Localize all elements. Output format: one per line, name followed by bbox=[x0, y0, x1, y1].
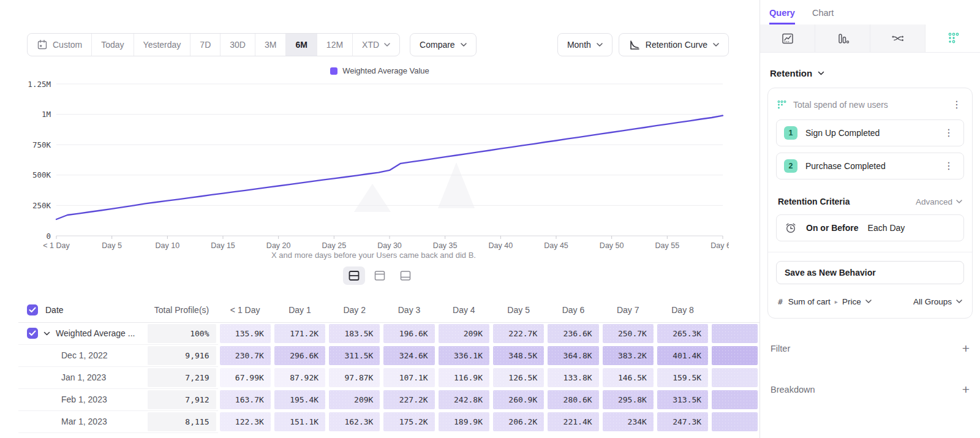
retention-value-cell[interactable]: 133.8K bbox=[548, 368, 598, 387]
date-range-30d[interactable]: 30D bbox=[221, 34, 255, 56]
retention-value-cell[interactable]: 171.2K bbox=[274, 324, 325, 343]
retention-value-cell[interactable]: 348.5K bbox=[493, 346, 544, 365]
retention-value-cell[interactable]: 87.92K bbox=[274, 368, 325, 387]
report-tab-retention[interactable] bbox=[925, 25, 980, 52]
behavior-step-2[interactable]: 2Purchase Completed⋮ bbox=[776, 153, 964, 179]
retention-value-cell[interactable]: 107.1K bbox=[383, 368, 434, 387]
add-breakdown-button[interactable]: + bbox=[962, 383, 970, 396]
retention-value-cell[interactable]: 196.6K bbox=[383, 324, 434, 343]
retention-value-cell[interactable]: 295.8K bbox=[603, 390, 654, 409]
retention-value-cell[interactable]: 336.1K bbox=[439, 346, 489, 365]
date-range-3m[interactable]: 3M bbox=[255, 34, 286, 56]
layout-toggle-chart[interactable] bbox=[369, 266, 391, 285]
column-header-day-7[interactable]: Day 7 bbox=[601, 298, 655, 322]
column-header-day-5[interactable]: Day 5 bbox=[491, 298, 546, 322]
retention-value-cell[interactable]: 209K bbox=[329, 390, 380, 409]
retention-value-cell[interactable]: 234K bbox=[603, 412, 654, 431]
retention-curve-chart[interactable]: 0250K500K750K1M1.25M< 1 DayDay 5Day 10Da… bbox=[18, 77, 729, 253]
retention-value-cell[interactable]: 189.9K bbox=[439, 412, 489, 431]
report-tab-funnels[interactable] bbox=[815, 25, 870, 52]
kebab-menu-icon[interactable]: ⋮ bbox=[941, 127, 956, 139]
retention-value-cell[interactable]: 116.9K bbox=[439, 368, 489, 387]
layout-toggle-split[interactable] bbox=[343, 266, 365, 285]
retention-value-cell[interactable]: 222.7K bbox=[493, 324, 544, 343]
retention-value-cell[interactable]: 311.5K bbox=[329, 346, 380, 365]
retention-value-cell[interactable]: 126.5K bbox=[493, 368, 544, 387]
total-profiles-cell: 7,219 bbox=[148, 368, 216, 387]
date-range-today[interactable]: Today bbox=[92, 34, 134, 56]
retention-value-cell[interactable]: 296.6K bbox=[274, 346, 325, 365]
table-row: Dec 1, 20229,916230.7K296.6K311.5K324.6K… bbox=[18, 344, 760, 366]
retention-value-cell[interactable]: 162.3K bbox=[329, 412, 380, 431]
retention-value-cell[interactable]: 401.4K bbox=[657, 346, 708, 365]
y-axis-tick-label: 250K bbox=[32, 201, 51, 210]
report-tab-flows[interactable] bbox=[870, 25, 925, 52]
chart-type-dropdown[interactable]: Retention Curve bbox=[619, 33, 729, 56]
column-header-day-4[interactable]: Day 4 bbox=[437, 298, 491, 322]
retention-value-cell[interactable]: 209K bbox=[439, 324, 489, 343]
column-header--1-day[interactable]: < 1 Day bbox=[218, 298, 273, 322]
retention-value-cell[interactable]: 175.2K bbox=[383, 412, 434, 431]
retention-value-cell[interactable]: 146.5K bbox=[603, 368, 654, 387]
layout-toggle-table[interactable] bbox=[394, 266, 417, 285]
date-range-custom[interactable]: Custom bbox=[28, 34, 92, 56]
retention-value-cell[interactable]: 159.5K bbox=[657, 368, 708, 387]
retention-value-cell[interactable]: 324.6K bbox=[383, 346, 434, 365]
retention-value-cell[interactable]: 97.87K bbox=[329, 368, 380, 387]
retention-value-cell[interactable]: 247.3K bbox=[657, 412, 708, 431]
retention-value-cell[interactable]: 242.8K bbox=[439, 390, 489, 409]
tab-query[interactable]: Query bbox=[769, 8, 795, 25]
retention-value-cell[interactable]: 206.2K bbox=[493, 412, 544, 431]
retention-value-cell[interactable]: 135.9K bbox=[220, 324, 271, 343]
add-filter-button[interactable]: + bbox=[962, 342, 970, 355]
column-header-day-8[interactable]: Day 8 bbox=[655, 298, 710, 322]
kebab-menu-icon[interactable]: ⋮ bbox=[941, 160, 956, 172]
retention-value-cell[interactable]: 265.3K bbox=[657, 324, 708, 343]
save-as-new-behavior-button[interactable]: Save as New Behavior bbox=[776, 261, 964, 284]
column-header-day-2[interactable]: Day 2 bbox=[327, 298, 382, 322]
date-range-yesterday[interactable]: Yesterday bbox=[134, 34, 191, 56]
retention-value-cell[interactable]: 364.8K bbox=[548, 346, 598, 365]
retention-window-unit[interactable]: Each Day bbox=[868, 223, 905, 233]
retention-value-cell[interactable]: 250.7K bbox=[603, 324, 654, 343]
section-retention[interactable]: Retention bbox=[770, 68, 973, 78]
retention-value-cell[interactable]: 227.2K bbox=[383, 390, 434, 409]
measure-property-dropdown[interactable]: Sum of cart ▸ Price bbox=[788, 297, 872, 306]
granularity-dropdown[interactable]: Month bbox=[557, 33, 612, 56]
measure-sub-label: Price bbox=[842, 297, 861, 306]
column-header-day-6[interactable]: Day 6 bbox=[546, 298, 600, 322]
date-range-6m[interactable]: 6M bbox=[286, 34, 317, 56]
retention-value-cell[interactable]: 260.9K bbox=[493, 390, 544, 409]
retention-window-row[interactable]: On or Before Each Day bbox=[776, 214, 964, 241]
compare-button[interactable]: Compare bbox=[410, 33, 477, 56]
retention-value-cell[interactable]: 151.1K bbox=[274, 412, 325, 431]
column-header-date[interactable]: Date bbox=[18, 298, 146, 322]
group-dropdown[interactable]: All Groups bbox=[913, 297, 962, 306]
row-checkbox[interactable] bbox=[27, 328, 38, 339]
date-range-7d[interactable]: 7D bbox=[190, 34, 221, 56]
column-header-day-3[interactable]: Day 3 bbox=[382, 298, 436, 322]
date-range-xtd[interactable]: XTD bbox=[353, 34, 399, 56]
behavior-step-1[interactable]: 1Sign Up Completed⋮ bbox=[776, 119, 964, 146]
retention-value-cell[interactable]: 230.7K bbox=[220, 346, 271, 365]
retention-value-cell[interactable]: 195.4K bbox=[274, 390, 325, 409]
row-checkbox[interactable] bbox=[27, 304, 38, 315]
retention-value-cell[interactable]: 280.6K bbox=[548, 390, 598, 409]
retention-value-cell[interactable]: 221.4K bbox=[548, 412, 598, 431]
column-header-total-profile-s-[interactable]: Total Profile(s) bbox=[146, 298, 218, 322]
retention-value-cell[interactable]: 236.6K bbox=[548, 324, 598, 343]
kebab-menu-icon[interactable]: ⋮ bbox=[949, 99, 964, 111]
retention-value-cell[interactable]: 313.5K bbox=[657, 390, 708, 409]
retention-value-cell[interactable]: 67.99K bbox=[220, 368, 271, 387]
column-header-day-1[interactable]: Day 1 bbox=[273, 298, 327, 322]
date-range-12m[interactable]: 12M bbox=[317, 34, 353, 56]
expand-chevron-icon[interactable] bbox=[43, 331, 50, 336]
report-tab-insights[interactable] bbox=[760, 25, 815, 52]
retention-window-mode[interactable]: On or Before bbox=[806, 223, 859, 233]
tab-chart[interactable]: Chart bbox=[812, 8, 834, 25]
retention-value-cell[interactable]: 122.3K bbox=[220, 412, 271, 431]
retention-value-cell[interactable]: 383.2K bbox=[603, 346, 654, 365]
retention-value-cell[interactable]: 163.7K bbox=[220, 390, 271, 409]
retention-value-cell[interactable]: 183.5K bbox=[329, 324, 380, 343]
criteria-mode-dropdown[interactable]: Advanced bbox=[916, 197, 962, 206]
